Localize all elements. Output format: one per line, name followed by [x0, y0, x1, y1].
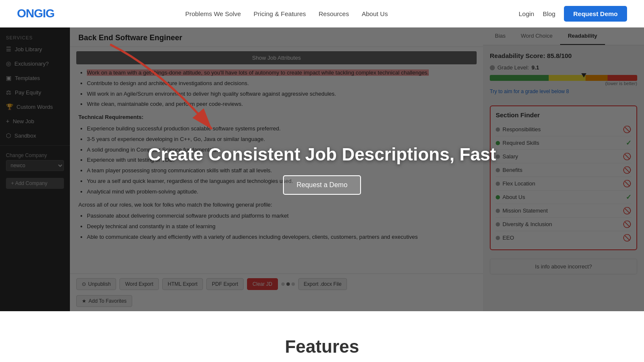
nav-right: Login Blog Request Demo [519, 6, 627, 22]
request-demo-button[interactable]: Request Demo [564, 6, 627, 22]
nav-blog[interactable]: Blog [543, 10, 555, 17]
features-title: Features [17, 337, 627, 357]
overlay-demo-button[interactable]: Request a Demo [283, 175, 361, 195]
overlay-headline: Create Consistent Job Descriptions, Fast [148, 144, 496, 165]
navbar: ONGIG Problems We Solve Pricing & Featur… [0, 0, 644, 28]
hero-section: Services ☰ Job Library ◎ Exclusionary? ▣… [0, 28, 644, 311]
logo: ONGIG [17, 7, 54, 20]
nav-pricing-features[interactable]: Pricing & Features [254, 10, 306, 17]
hero-overlay: Create Consistent Job Descriptions, Fast… [0, 28, 644, 311]
features-section: Features [0, 311, 644, 362]
nav-login[interactable]: Login [519, 10, 534, 17]
nav-problems-we-solve[interactable]: Problems We Solve [185, 10, 241, 17]
nav-about-us[interactable]: About Us [362, 10, 388, 17]
nav-links: Problems We Solve Pricing & Features Res… [185, 10, 388, 17]
nav-resources[interactable]: Resources [319, 10, 349, 17]
app-screenshot: Services ☰ Job Library ◎ Exclusionary? ▣… [0, 28, 644, 311]
red-arrow [76, 36, 246, 146]
